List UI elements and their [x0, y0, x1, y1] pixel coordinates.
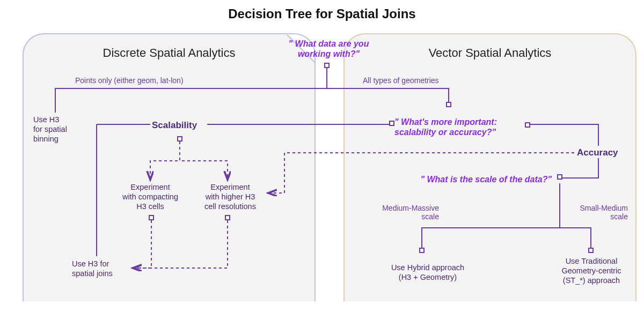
edges-overlay: [0, 0, 644, 312]
edge-root-left: [55, 68, 327, 113]
edge-dashed-compact-to-join: [133, 220, 151, 268]
edge-scale-to-hybrid: [422, 183, 560, 248]
edge-dashed-to-compact: [150, 142, 180, 180]
diagram-stage: Decision Tree for Spatial Joins Discrete…: [0, 0, 644, 312]
edge-accuracy-to-scale: [562, 158, 598, 178]
edge-dashed-accuracy-to-higher: [268, 153, 574, 193]
edge-dashed-to-higher: [180, 142, 228, 180]
edge-root-right: [327, 68, 449, 102]
edge-scale-to-traditional: [560, 183, 591, 248]
edge-importance-to-accuracy: [530, 124, 598, 146]
edge-dashed-higher-to-join: [133, 220, 228, 268]
